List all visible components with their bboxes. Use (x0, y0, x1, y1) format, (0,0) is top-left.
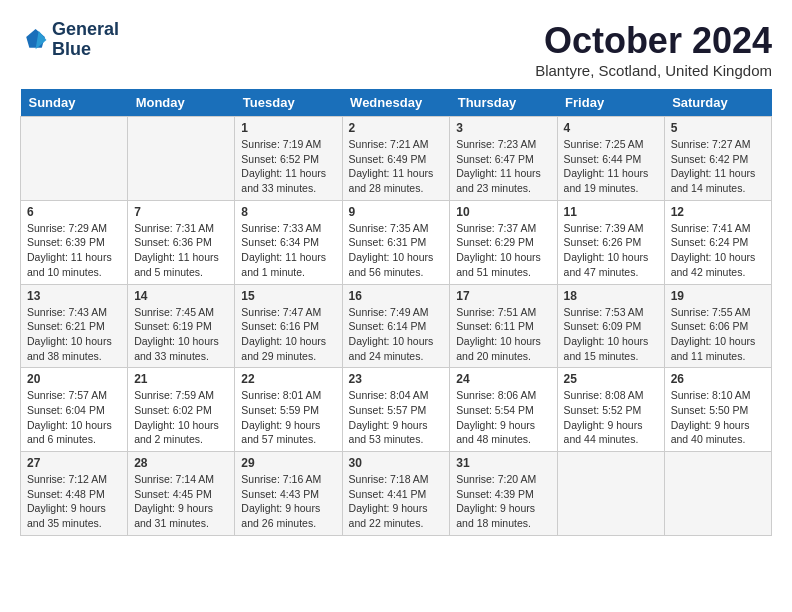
day-info: Sunrise: 7:49 AM (349, 305, 444, 320)
day-number: 5 (671, 121, 765, 135)
calendar-day-cell: 12Sunrise: 7:41 AMSunset: 6:24 PMDayligh… (664, 200, 771, 284)
day-info: Sunrise: 7:41 AM (671, 221, 765, 236)
day-number: 29 (241, 456, 335, 470)
day-info: Sunrise: 7:53 AM (564, 305, 658, 320)
day-info: Sunset: 5:52 PM (564, 403, 658, 418)
day-number: 6 (27, 205, 121, 219)
day-info: Sunrise: 7:57 AM (27, 388, 121, 403)
day-info: Sunrise: 8:01 AM (241, 388, 335, 403)
calendar-day-cell: 13Sunrise: 7:43 AMSunset: 6:21 PMDayligh… (21, 284, 128, 368)
day-info: Sunset: 4:45 PM (134, 487, 228, 502)
day-number: 7 (134, 205, 228, 219)
calendar-day-cell: 23Sunrise: 8:04 AMSunset: 5:57 PMDayligh… (342, 368, 450, 452)
day-info: Sunset: 6:11 PM (456, 319, 550, 334)
day-info: Daylight: 10 hours (134, 334, 228, 349)
day-number: 30 (349, 456, 444, 470)
day-info: Sunset: 4:41 PM (349, 487, 444, 502)
calendar-day-cell: 25Sunrise: 8:08 AMSunset: 5:52 PMDayligh… (557, 368, 664, 452)
calendar-day-cell: 8Sunrise: 7:33 AMSunset: 6:34 PMDaylight… (235, 200, 342, 284)
day-info: Sunset: 5:50 PM (671, 403, 765, 418)
day-info: Daylight: 9 hours (671, 418, 765, 433)
day-info: Daylight: 11 hours (134, 250, 228, 265)
day-number: 17 (456, 289, 550, 303)
day-info: Sunset: 6:04 PM (27, 403, 121, 418)
day-info: and 22 minutes. (349, 516, 444, 531)
day-info: and 31 minutes. (134, 516, 228, 531)
day-info: Sunrise: 7:59 AM (134, 388, 228, 403)
calendar-day-cell (664, 452, 771, 536)
day-info: Daylight: 10 hours (27, 334, 121, 349)
day-info: and 19 minutes. (564, 181, 658, 196)
day-info: Daylight: 10 hours (241, 334, 335, 349)
day-info: Daylight: 9 hours (241, 418, 335, 433)
day-number: 1 (241, 121, 335, 135)
day-number: 27 (27, 456, 121, 470)
day-info: Sunset: 6:02 PM (134, 403, 228, 418)
day-info: Daylight: 10 hours (27, 418, 121, 433)
day-info: Sunset: 5:57 PM (349, 403, 444, 418)
day-info: Sunrise: 8:08 AM (564, 388, 658, 403)
day-number: 13 (27, 289, 121, 303)
day-number: 25 (564, 372, 658, 386)
day-info: Sunset: 6:52 PM (241, 152, 335, 167)
day-info: and 40 minutes. (671, 432, 765, 447)
calendar-day-cell: 20Sunrise: 7:57 AMSunset: 6:04 PMDayligh… (21, 368, 128, 452)
day-info: Daylight: 10 hours (456, 250, 550, 265)
day-info: and 11 minutes. (671, 349, 765, 364)
day-info: Sunset: 5:54 PM (456, 403, 550, 418)
day-info: and 26 minutes. (241, 516, 335, 531)
day-info: Sunset: 6:14 PM (349, 319, 444, 334)
location: Blantyre, Scotland, United Kingdom (535, 62, 772, 79)
day-info: and 14 minutes. (671, 181, 765, 196)
day-info: Sunset: 6:19 PM (134, 319, 228, 334)
day-info: Daylight: 10 hours (134, 418, 228, 433)
day-info: Sunrise: 7:55 AM (671, 305, 765, 320)
day-info: Daylight: 9 hours (349, 418, 444, 433)
day-info: Daylight: 9 hours (134, 501, 228, 516)
day-info: Sunrise: 7:47 AM (241, 305, 335, 320)
day-info: Sunset: 4:43 PM (241, 487, 335, 502)
calendar-week-row: 6Sunrise: 7:29 AMSunset: 6:39 PMDaylight… (21, 200, 772, 284)
calendar-day-cell: 24Sunrise: 8:06 AMSunset: 5:54 PMDayligh… (450, 368, 557, 452)
day-info: Daylight: 10 hours (564, 250, 658, 265)
day-info: Sunrise: 7:51 AM (456, 305, 550, 320)
calendar-day-cell: 28Sunrise: 7:14 AMSunset: 4:45 PMDayligh… (128, 452, 235, 536)
title-section: October 2024 Blantyre, Scotland, United … (535, 20, 772, 79)
day-number: 15 (241, 289, 335, 303)
day-info: and 48 minutes. (456, 432, 550, 447)
calendar-day-cell: 15Sunrise: 7:47 AMSunset: 6:16 PMDayligh… (235, 284, 342, 368)
day-info: and 2 minutes. (134, 432, 228, 447)
day-info: Sunrise: 7:43 AM (27, 305, 121, 320)
day-info: Sunrise: 7:45 AM (134, 305, 228, 320)
calendar-body: 1Sunrise: 7:19 AMSunset: 6:52 PMDaylight… (21, 117, 772, 536)
calendar-day-cell: 10Sunrise: 7:37 AMSunset: 6:29 PMDayligh… (450, 200, 557, 284)
day-info: Sunrise: 8:06 AM (456, 388, 550, 403)
calendar-day-cell: 26Sunrise: 8:10 AMSunset: 5:50 PMDayligh… (664, 368, 771, 452)
weekday-header-cell: Saturday (664, 89, 771, 117)
day-info: Sunrise: 7:18 AM (349, 472, 444, 487)
day-info: Daylight: 9 hours (456, 418, 550, 433)
day-number: 8 (241, 205, 335, 219)
day-number: 28 (134, 456, 228, 470)
day-info: Sunset: 4:48 PM (27, 487, 121, 502)
day-info: and 42 minutes. (671, 265, 765, 280)
calendar-day-cell: 27Sunrise: 7:12 AMSunset: 4:48 PMDayligh… (21, 452, 128, 536)
calendar-day-cell: 31Sunrise: 7:20 AMSunset: 4:39 PMDayligh… (450, 452, 557, 536)
day-number: 20 (27, 372, 121, 386)
calendar-week-row: 1Sunrise: 7:19 AMSunset: 6:52 PMDaylight… (21, 117, 772, 201)
day-info: Sunset: 6:34 PM (241, 235, 335, 250)
day-info: and 5 minutes. (134, 265, 228, 280)
day-info: and 47 minutes. (564, 265, 658, 280)
day-info: Sunrise: 7:16 AM (241, 472, 335, 487)
day-info: and 23 minutes. (456, 181, 550, 196)
calendar-week-row: 13Sunrise: 7:43 AMSunset: 6:21 PMDayligh… (21, 284, 772, 368)
day-info: Sunrise: 7:29 AM (27, 221, 121, 236)
day-info: and 33 minutes. (241, 181, 335, 196)
day-info: and 20 minutes. (456, 349, 550, 364)
day-info: Daylight: 10 hours (349, 334, 444, 349)
day-info: Sunrise: 7:27 AM (671, 137, 765, 152)
day-info: Sunset: 4:39 PM (456, 487, 550, 502)
day-info: Daylight: 10 hours (671, 334, 765, 349)
calendar-day-cell: 4Sunrise: 7:25 AMSunset: 6:44 PMDaylight… (557, 117, 664, 201)
day-number: 12 (671, 205, 765, 219)
